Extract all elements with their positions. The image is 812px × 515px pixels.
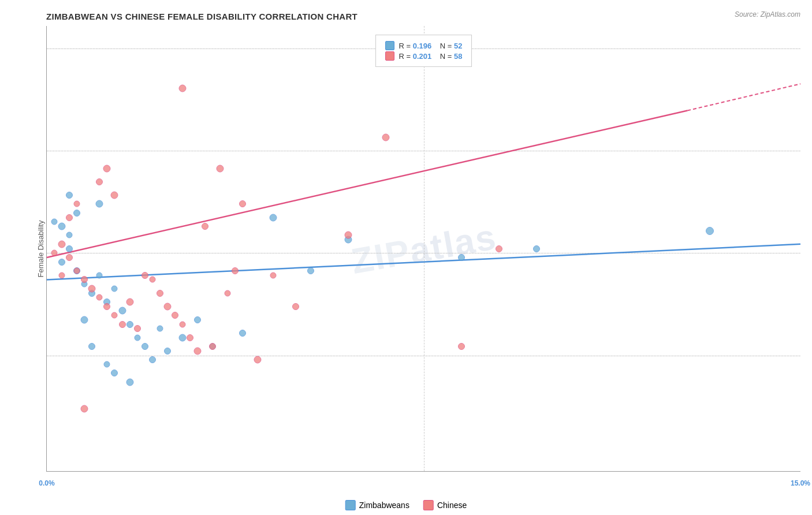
legend-chinese-box bbox=[423, 500, 434, 510]
dot-blue-17 bbox=[81, 316, 88, 323]
dot-pink-28 bbox=[254, 356, 262, 364]
dot-blue-11 bbox=[134, 334, 140, 341]
dot-pink-15 bbox=[74, 201, 80, 207]
dot-pink-32 bbox=[239, 200, 246, 207]
svg-line-1 bbox=[47, 110, 687, 257]
dot-blue-24 bbox=[164, 348, 171, 354]
legend-row-pink: R = 0.201 N = 58 bbox=[385, 51, 463, 61]
dot-pink-25 bbox=[209, 343, 216, 350]
dot-pink-12 bbox=[96, 178, 103, 185]
dot-pink-41 bbox=[51, 250, 58, 256]
dot-pink-31 bbox=[217, 165, 224, 172]
dot-pink-13 bbox=[103, 165, 111, 172]
dot-pink-21 bbox=[172, 312, 178, 319]
legend-chinese-label: Chinese bbox=[437, 501, 467, 510]
dot-pink-24 bbox=[194, 347, 202, 354]
dot-pink-26 bbox=[225, 290, 231, 296]
dot-pink-17 bbox=[141, 272, 148, 279]
dot-blue-28 bbox=[239, 330, 246, 337]
legend-row-blue: R = 0.196 N = 52 bbox=[385, 41, 463, 50]
dot-pink-10 bbox=[126, 298, 133, 306]
legend-item-chinese: Chinese bbox=[423, 500, 467, 510]
dot-blue-35 bbox=[51, 219, 58, 225]
dot-blue-9 bbox=[118, 307, 126, 315]
dot-pink-4 bbox=[81, 276, 88, 283]
dot-blue-29 bbox=[269, 214, 277, 221]
chart-container: ZIMBABWEAN VS CHINESE FEMALE DISABILITY … bbox=[0, 0, 812, 515]
legend-blue-box bbox=[385, 41, 394, 50]
dot-blue-33 bbox=[533, 245, 540, 252]
dot-blue-14 bbox=[73, 210, 80, 217]
legend-zimbabweans-label: Zimbabweans bbox=[359, 501, 409, 510]
dot-blue-8 bbox=[111, 285, 118, 292]
dot-blue-22 bbox=[149, 356, 156, 363]
dot-blue-2 bbox=[66, 245, 73, 252]
legend-blue-r: R = 0.196 N = 52 bbox=[399, 42, 463, 50]
dot-pink-2 bbox=[66, 254, 73, 261]
dot-blue-16 bbox=[58, 259, 65, 266]
dot-blue-26 bbox=[194, 316, 201, 323]
legend-pink-box bbox=[385, 51, 394, 61]
bottom-legend: Zimbabweans Chinese bbox=[345, 500, 467, 510]
dot-pink-37 bbox=[496, 245, 502, 252]
dot-pink-3 bbox=[74, 268, 80, 274]
dot-pink-40 bbox=[59, 272, 65, 278]
dot-pink-22 bbox=[179, 321, 185, 327]
dot-pink-16 bbox=[111, 191, 118, 199]
chart-title: ZIMBABWEAN VS CHINESE FEMALE DISABILITY … bbox=[46, 12, 800, 21]
legend-item-zimbabweans: Zimbabweans bbox=[345, 500, 409, 510]
dot-pink-9 bbox=[119, 321, 126, 328]
dot-pink-5 bbox=[88, 285, 96, 292]
dot-pink-30 bbox=[202, 223, 208, 230]
dot-blue-1 bbox=[58, 222, 66, 230]
chart-area: Female Disability ZIPatlas 30.0% 22.5% 1… bbox=[46, 26, 800, 472]
svg-line-2 bbox=[687, 84, 800, 110]
source-label: Source: ZipAtlas.com bbox=[735, 10, 800, 18]
dot-blue-19 bbox=[104, 361, 110, 367]
dot-pink-23 bbox=[187, 334, 193, 341]
dot-blue-13 bbox=[96, 200, 103, 208]
dot-blue-36 bbox=[66, 192, 73, 199]
dot-pink-18 bbox=[149, 277, 155, 283]
dot-blue-30 bbox=[307, 267, 314, 274]
dot-blue-34 bbox=[706, 227, 714, 235]
dot-pink-36 bbox=[382, 133, 390, 141]
dot-pink-11 bbox=[134, 325, 141, 332]
dot-blue-12 bbox=[141, 343, 148, 350]
legend-pink-r: R = 0.201 N = 58 bbox=[399, 52, 463, 61]
dot-pink-35 bbox=[345, 232, 352, 239]
x-label-15: 15.0% bbox=[791, 479, 810, 487]
dot-pink-34 bbox=[292, 303, 299, 310]
dot-pink-8 bbox=[111, 312, 118, 319]
dot-pink-29 bbox=[178, 84, 186, 92]
gridline-x-mid bbox=[424, 26, 424, 471]
legend: R = 0.196 N = 52 R = 0.201 N = 58 bbox=[375, 35, 472, 67]
dot-pink-27 bbox=[232, 267, 239, 274]
legend-zimbabweans-box bbox=[345, 500, 356, 510]
dot-pink-19 bbox=[157, 290, 163, 297]
dot-pink-1 bbox=[58, 240, 66, 248]
dot-blue-18 bbox=[88, 343, 95, 350]
dot-blue-23 bbox=[157, 326, 163, 332]
dot-blue-15 bbox=[66, 232, 73, 238]
dot-pink-20 bbox=[163, 303, 171, 310]
dot-blue-32 bbox=[458, 254, 465, 261]
dot-pink-33 bbox=[270, 272, 276, 278]
dot-pink-6 bbox=[96, 294, 103, 301]
dot-pink-38 bbox=[458, 343, 465, 350]
dot-blue-10 bbox=[126, 321, 133, 328]
dot-blue-6 bbox=[96, 272, 103, 278]
x-label-0: 0.0% bbox=[39, 479, 54, 487]
dot-pink-14 bbox=[66, 214, 73, 221]
dot-pink-39 bbox=[81, 405, 88, 413]
dot-blue-20 bbox=[111, 370, 118, 376]
dot-pink-7 bbox=[103, 303, 110, 310]
dot-blue-25 bbox=[178, 334, 186, 341]
dot-blue-21 bbox=[126, 378, 133, 386]
y-axis-label: Female Disability bbox=[36, 220, 45, 277]
